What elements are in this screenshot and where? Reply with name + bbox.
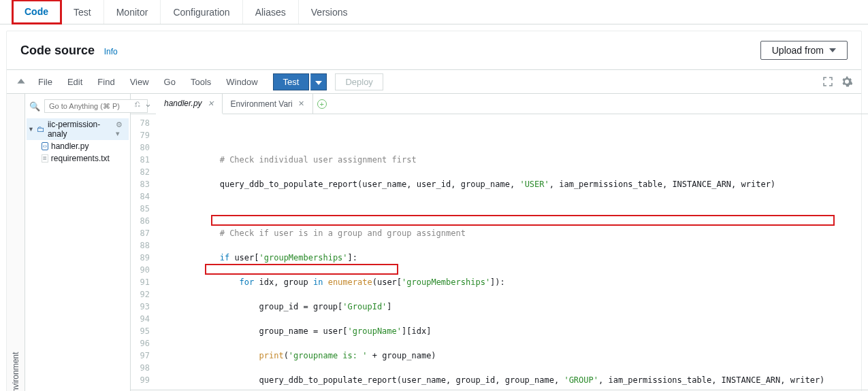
tree-root-label: iic-permission-analy <box>48 120 113 139</box>
editor-tab-label: handler.py <box>164 99 202 108</box>
search-icon: 🔍 <box>29 101 40 112</box>
tab-monitor[interactable]: Monitor <box>104 0 161 24</box>
file-tree-panel: 🔍 ▼ 🗀 iic-permission-analy ⚙ ▾ ‹› handle… <box>25 94 130 391</box>
chevron-down-icon: ▼ <box>28 126 34 133</box>
tab-versions[interactable]: Versions <box>299 0 360 24</box>
tree-file-handler[interactable]: ‹› handler.py <box>27 140 129 152</box>
code-source-panel: Code source Info Upload from File Edit F… <box>6 31 862 391</box>
upload-from-button[interactable]: Upload from <box>760 41 848 60</box>
new-tab-button[interactable]: + <box>317 99 327 109</box>
section-title: Code source <box>20 44 95 57</box>
menu-tools[interactable]: Tools <box>184 74 218 90</box>
section-header: Code source Info Upload from <box>7 31 861 69</box>
tree-file-requirements[interactable]: ≡ requirements.txt <box>27 152 129 165</box>
environment-rail[interactable]: Environment <box>7 94 25 391</box>
editor-tab-env[interactable]: Environment Vari ✕ <box>223 94 313 114</box>
tree-root-folder[interactable]: ▼ 🗀 iic-permission-analy ⚙ ▾ <box>27 118 129 140</box>
tab-aliases[interactable]: Aliases <box>243 0 299 24</box>
editor-menu-bar: File Edit Find View Go Tools Window Test… <box>7 69 861 94</box>
tab-test[interactable]: Test <box>61 0 104 24</box>
close-icon[interactable]: ✕ <box>208 99 214 108</box>
menu-find[interactable]: Find <box>91 74 121 90</box>
editor-tab-label: Environment Vari <box>231 99 293 109</box>
tree-gear-icon[interactable]: ⚙ ▾ <box>116 120 127 138</box>
tree-file-label: requirements.txt <box>51 154 110 163</box>
chevron-down-icon <box>315 81 322 85</box>
editor-tab-handler[interactable]: handler.py ✕ <box>156 94 223 114</box>
highlight-annotation <box>211 215 835 226</box>
test-dropdown[interactable] <box>310 73 327 90</box>
close-icon[interactable]: ✕ <box>298 99 304 108</box>
code-content[interactable]: # Check individual user assignment first… <box>155 114 868 390</box>
fullscreen-icon[interactable] <box>822 75 834 88</box>
highlight-annotation <box>205 264 398 275</box>
menu-file[interactable]: File <box>31 74 59 90</box>
deploy-button[interactable]: Deploy <box>335 73 383 90</box>
lambda-tabs: Code Test Monitor Configuration Aliases … <box>0 0 868 24</box>
tab-list-icon[interactable]: ⌄ <box>144 99 152 109</box>
test-run-button[interactable]: Test <box>273 73 310 90</box>
editor-tab-strip: ⎌ ⌄ handler.py ✕ Environment Vari ✕ + <box>131 94 868 114</box>
tab-code[interactable]: Code <box>12 0 61 24</box>
tree-file-label: handler.py <box>51 141 89 151</box>
menu-go[interactable]: Go <box>157 74 182 90</box>
menu-window[interactable]: Window <box>219 74 264 90</box>
settings-gear-icon[interactable] <box>841 75 853 88</box>
tab-history-back-icon[interactable]: ⎌ <box>135 99 140 109</box>
python-file-icon: ‹› <box>42 142 48 150</box>
chevron-down-icon <box>829 48 836 52</box>
upload-label: Upload from <box>772 45 824 56</box>
text-file-icon: ≡ <box>42 154 48 163</box>
collapse-panel-icon[interactable] <box>15 75 27 88</box>
menu-view[interactable]: View <box>123 74 156 90</box>
code-editor[interactable]: 7879808182838485868788899091929394959697… <box>131 114 868 390</box>
info-link[interactable]: Info <box>104 47 118 56</box>
folder-icon: 🗀 <box>37 124 45 134</box>
line-gutter: 7879808182838485868788899091929394959697… <box>131 114 155 390</box>
menu-edit[interactable]: Edit <box>61 74 89 90</box>
tab-configuration[interactable]: Configuration <box>161 0 242 24</box>
